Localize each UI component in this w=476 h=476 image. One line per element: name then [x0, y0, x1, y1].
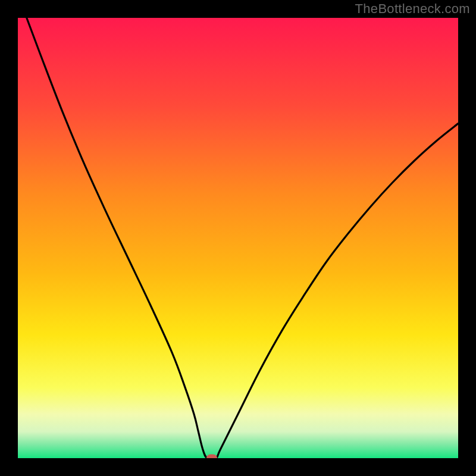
watermark-label: TheBottleneck.com	[355, 1, 470, 17]
gradient-rect	[18, 18, 458, 458]
plot-area	[18, 18, 458, 458]
optimal-marker	[206, 455, 217, 459]
chart-svg	[18, 18, 458, 458]
chart-frame: TheBottleneck.com	[0, 0, 476, 476]
